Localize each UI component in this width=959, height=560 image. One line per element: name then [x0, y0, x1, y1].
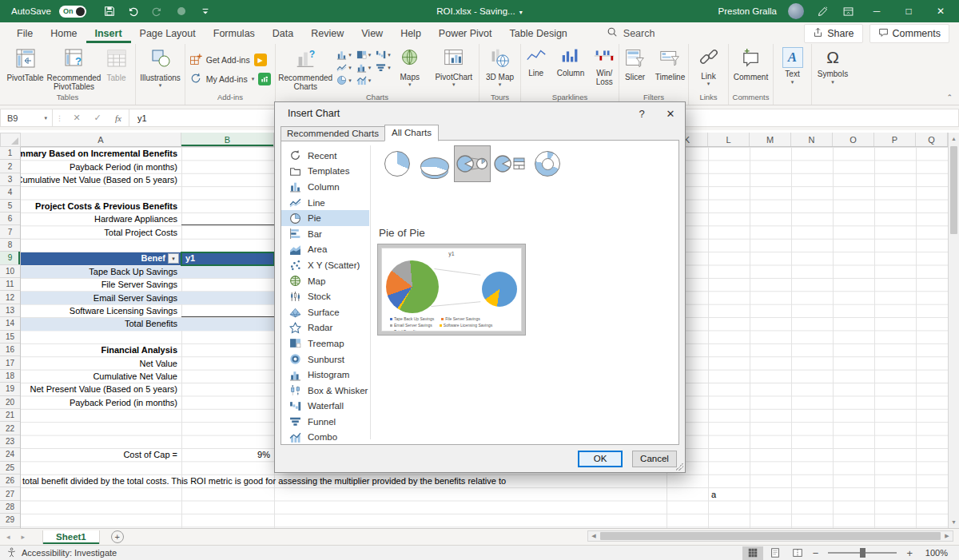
cell-a18[interactable]: Cumulative Net Value — [21, 370, 181, 383]
insert-combo-chart-icon[interactable]: ▾ — [356, 75, 372, 85]
cell-l27[interactable]: a — [708, 487, 750, 500]
get-addins-button[interactable]: Get Add-ins ▶ — [189, 53, 271, 67]
my-addins-button[interactable]: My Add-ins ▾ — [189, 72, 271, 86]
chart-type-column[interactable]: Column — [281, 179, 369, 195]
menu-tab-table-design[interactable]: Table Design — [501, 24, 576, 43]
chart-type-line[interactable]: Line — [281, 195, 369, 211]
3d-map-button[interactable]: 3D Map ▾ — [482, 46, 519, 88]
row-header-6[interactable]: 6 — [0, 212, 20, 225]
zoom-out-icon[interactable]: − — [810, 547, 822, 559]
inking-pen-icon[interactable] — [815, 4, 830, 18]
zoom-slider-thumb[interactable] — [860, 548, 865, 558]
insert-funnel-chart-icon[interactable]: ▾ — [376, 62, 391, 73]
insert-statistic-chart-icon[interactable]: ▾ — [356, 62, 372, 73]
cell-a9[interactable]: Benef — [21, 252, 181, 264]
row-header-3[interactable]: 3 — [0, 173, 20, 186]
row-header-16[interactable]: 16 — [0, 344, 20, 356]
column-header-n[interactable]: N — [791, 133, 833, 146]
vertical-scrollbar[interactable]: ▲ ▼ — [948, 133, 959, 528]
normal-view-button[interactable] — [742, 546, 763, 560]
formula-content[interactable]: y1 — [129, 113, 147, 123]
user-name[interactable]: Preston Gralla — [718, 6, 777, 16]
chart-type-pie[interactable]: Pie — [281, 210, 369, 226]
name-box[interactable]: B9 ▾ — [1, 113, 52, 123]
accessibility-status[interactable]: Accessibility: Investigate — [22, 548, 117, 558]
minimize-button[interactable]: ─ — [866, 6, 887, 17]
illustrations-button[interactable]: Illustrations ▾ — [138, 46, 183, 89]
namebox-caret-icon[interactable]: ▾ — [44, 115, 47, 121]
row-header-4[interactable]: 4 — [0, 186, 20, 199]
select-all-corner[interactable] — [0, 133, 21, 147]
scroll-up-icon[interactable]: ▲ — [949, 133, 959, 145]
row-header-24[interactable]: 24 — [0, 448, 20, 461]
chart-type-treemap[interactable]: Treemap — [281, 336, 369, 351]
dialog-resize-grip[interactable] — [675, 463, 683, 471]
subtype-doughnut[interactable] — [529, 145, 566, 182]
chart-type-stock[interactable]: Stock — [281, 288, 369, 304]
row-header-29[interactable]: 29 — [0, 514, 20, 526]
row-header-5[interactable]: 5 — [0, 200, 20, 212]
chart-type-funnel[interactable]: Funnel — [281, 414, 369, 430]
cell-a1[interactable]: ummary Based on Incremental Benefits — [21, 147, 181, 160]
page-break-view-button[interactable] — [787, 546, 808, 560]
insert-column-chart-icon[interactable]: ▾ — [336, 50, 352, 60]
maximize-button[interactable]: □ — [898, 6, 919, 17]
chart-type-combo[interactable]: Combo — [281, 430, 369, 444]
row-header-20[interactable]: 20 — [0, 396, 20, 409]
chart-type-map[interactable]: Map — [281, 273, 369, 289]
insert-hierarchy-chart-icon[interactable]: ▾ — [356, 50, 372, 60]
column-header-o[interactable]: O — [833, 133, 874, 146]
chart-type-radar[interactable]: Radar — [281, 320, 369, 336]
redo-icon[interactable] — [150, 4, 165, 18]
dialog-tab-recommended-charts[interactable]: Recommended Charts — [281, 126, 385, 141]
row-header-18[interactable]: 18 — [0, 370, 20, 383]
chart-type-area[interactable]: Area — [281, 242, 369, 258]
chart-type-sunburst[interactable]: Sunburst — [281, 351, 369, 367]
cell-a26[interactable]: total benefit divided by the total costs… — [21, 475, 924, 487]
ok-button[interactable]: OK — [578, 451, 623, 467]
cell-a12[interactable]: Email Server Savings — [21, 291, 181, 304]
cell-a7[interactable]: Total Project Costs — [21, 225, 181, 238]
autosave-toggle[interactable]: On — [59, 6, 86, 18]
menu-tab-data[interactable]: Data — [264, 24, 302, 43]
scroll-left-icon[interactable]: ◀ — [588, 533, 599, 539]
row-header-2[interactable]: 2 — [0, 160, 20, 173]
cancel-entry-icon[interactable]: ✕ — [66, 113, 87, 123]
menu-tab-formulas[interactable]: Formulas — [205, 24, 264, 43]
menu-tab-view[interactable]: View — [352, 24, 392, 43]
dialog-help-icon[interactable]: ? — [627, 103, 656, 124]
cell-a6[interactable]: Hardware Appliances — [21, 212, 181, 225]
save-icon[interactable] — [102, 4, 117, 18]
menu-tab-home[interactable]: Home — [42, 24, 86, 43]
insert-scatter-chart-icon[interactable]: ▾ — [336, 62, 352, 73]
column-header-b[interactable]: B — [181, 133, 274, 146]
subtype-pie-of-pie[interactable] — [454, 145, 491, 182]
video-addin-icon[interactable]: ▶ — [254, 54, 267, 66]
close-button[interactable]: ✕ — [930, 6, 951, 17]
recommended-charts-button[interactable]: ? Recommended Charts — [276, 46, 335, 92]
cell-a5[interactable]: Project Costs & Previous Benefits — [21, 200, 181, 212]
menu-tab-power-pivot[interactable]: Power Pivot — [430, 24, 501, 43]
chart-type-waterfall[interactable]: Waterfall — [281, 399, 369, 415]
menu-tab-page-layout[interactable]: Page Layout — [131, 24, 205, 43]
row-header-15[interactable]: 15 — [0, 331, 20, 344]
hscroll-thumb[interactable] — [600, 532, 941, 540]
column-header-a[interactable]: A — [21, 133, 181, 146]
column-header-p[interactable]: P — [874, 133, 916, 146]
column-header-m[interactable]: M — [750, 133, 791, 146]
avatar[interactable] — [788, 3, 804, 19]
link-button[interactable]: Link ▾ — [691, 46, 726, 87]
column-header-q[interactable]: Q — [916, 133, 948, 146]
cell-a10[interactable]: Tape Back Up Savings — [21, 265, 181, 278]
zoom-slider[interactable] — [828, 552, 897, 554]
chart-type-recent[interactable]: Recent — [281, 148, 369, 164]
sparkline-line-button[interactable]: Line — [521, 46, 551, 77]
dialog-tab-all-charts[interactable]: All Charts — [384, 125, 439, 141]
confirm-entry-icon[interactable]: ✓ — [87, 113, 108, 123]
timeline-button[interactable]: Timeline — [652, 46, 688, 81]
chart-type-templates[interactable]: Templates — [281, 164, 369, 180]
row-header-10[interactable]: 10 — [0, 265, 20, 278]
row-header-25[interactable]: 25 — [0, 462, 20, 475]
pivotchart-button[interactable]: PivotChart ▾ — [429, 46, 479, 88]
row-header-13[interactable]: 13 — [0, 304, 20, 317]
